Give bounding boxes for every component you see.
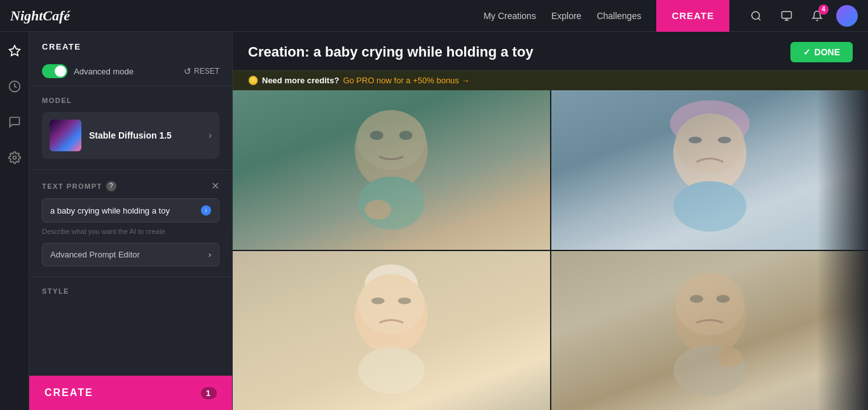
nav-links: My Creations Explore Challenges CREATE 4 [483,0,858,32]
svg-point-12 [358,177,424,230]
text-prompt-label: TEXT PROMPT [42,182,102,190]
text-prompt-header: TEXT PROMPT ? ✕ [42,180,219,192]
nav-my-creations[interactable]: My Creations [483,11,535,21]
svg-point-23 [371,297,385,304]
nav-explore[interactable]: Explore [551,11,581,21]
reset-button[interactable]: ↺ RESET [184,66,219,76]
credits-text: Need more credits? [262,76,339,85]
model-section-label: MODEL [42,97,219,104]
svg-point-22 [358,274,424,334]
credits-banner: 🪙 Need more credits? Go PRO now for a +5… [233,71,868,90]
panel-header: CREATE [29,32,232,59]
notification-badge: 4 [818,4,829,15]
svg-point-27 [675,273,744,335]
image-grid [233,90,868,410]
search-nav-button[interactable] [745,4,768,27]
sidebar-history-icon[interactable] [3,75,26,98]
svg-marker-5 [9,46,20,56]
text-prompt-close-button[interactable]: ✕ [211,180,219,192]
svg-point-29 [716,294,729,303]
image-cell-3[interactable] [233,251,550,411]
sidebar-create-icon[interactable] [3,39,26,62]
baby-svg-3 [233,251,550,411]
model-name: Stable Diffusion 1.5 [89,130,201,140]
model-section: MODEL Stable Diffusion 1.5 › [29,86,232,170]
credits-link[interactable]: Go PRO now for a +50% bonus → [343,76,469,85]
content-header: Creation: a baby crying while holding a … [233,32,868,71]
model-card[interactable]: Stable Diffusion 1.5 › [42,112,219,159]
left-panel: CREATE Advanced mode ↺ RESET MODEL Stabl… [29,32,233,410]
model-chevron-icon: › [209,130,212,141]
svg-point-18 [717,137,731,143]
prompt-hint: Describe what you want the AI to create [42,228,219,235]
text-prompt-label-row: TEXT PROMPT ? [42,181,116,191]
svg-point-28 [689,294,703,303]
advanced-mode-row: Advanced mode ↺ RESET [29,59,232,86]
image-cell-4[interactable] [551,251,869,411]
nav-icon-group: 4 [745,4,858,27]
baby-svg-1 [233,90,550,250]
svg-point-10 [370,131,383,140]
create-bottom-button[interactable]: CREATE 1 [29,376,232,410]
svg-line-1 [758,18,760,20]
coin-icon: 🪙 [248,76,258,85]
svg-point-25 [358,347,424,393]
create-credit-badge: 1 [201,387,217,399]
baby-svg-2 [551,90,869,250]
app-logo: NightCafé [10,8,70,24]
notifications-button[interactable]: 4 [806,4,829,27]
text-prompt-section: TEXT PROMPT ? ✕ a baby crying while hold… [29,170,232,277]
create-nav-button[interactable]: CREATE [656,0,729,32]
svg-point-19 [673,181,746,231]
svg-point-11 [399,131,413,140]
top-navigation: NightCafé My Creations Explore Challenge… [0,0,868,32]
user-avatar[interactable] [836,5,858,27]
svg-rect-2 [782,11,792,18]
svg-point-16 [675,114,744,174]
advanced-prompt-chevron-icon: › [209,250,211,259]
baby-svg-4 [551,251,869,411]
svg-point-0 [752,11,759,19]
style-section: STYLE [29,277,232,376]
main-layout: CREATE Advanced mode ↺ RESET MODEL Stabl… [0,32,868,410]
advanced-mode-toggle[interactable] [42,64,67,78]
model-thumbnail [50,120,81,151]
svg-point-9 [357,110,426,170]
svg-point-17 [688,137,701,143]
svg-point-31 [717,347,741,367]
svg-point-13 [365,200,392,219]
text-prompt-help-icon[interactable]: ? [106,181,116,191]
advanced-prompt-editor-button[interactable]: Advanced Prompt Editor › [42,243,219,266]
model-thumb-art [50,120,81,151]
page-title: Creation: a baby crying while holding a … [248,44,534,60]
svg-point-24 [398,297,411,304]
monitor-nav-button[interactable] [775,4,798,27]
sidebar-settings-icon[interactable] [3,146,26,169]
svg-point-7 [13,156,16,160]
image-cell-2[interactable] [551,90,869,250]
image-cell-1[interactable] [233,90,550,250]
icon-sidebar [0,32,29,410]
style-section-label: STYLE [42,287,219,295]
toggle-thumb [55,65,66,77]
right-content: Creation: a baby crying while holding a … [233,32,868,410]
prompt-input-wrapper[interactable]: a baby crying while holding a toy i [42,198,219,222]
reset-icon: ↺ [184,66,191,76]
advanced-mode-label: Advanced mode [74,67,134,76]
sidebar-chat-icon[interactable] [3,111,26,133]
checkmark-icon: ✓ [803,47,811,57]
toggle-row: Advanced mode [42,64,134,78]
prompt-info-icon[interactable]: i [201,205,211,215]
prompt-text-value: a baby crying while holding a toy [50,206,170,215]
done-button[interactable]: ✓ DONE [790,42,853,62]
nav-challenges[interactable]: Challenges [596,11,641,21]
